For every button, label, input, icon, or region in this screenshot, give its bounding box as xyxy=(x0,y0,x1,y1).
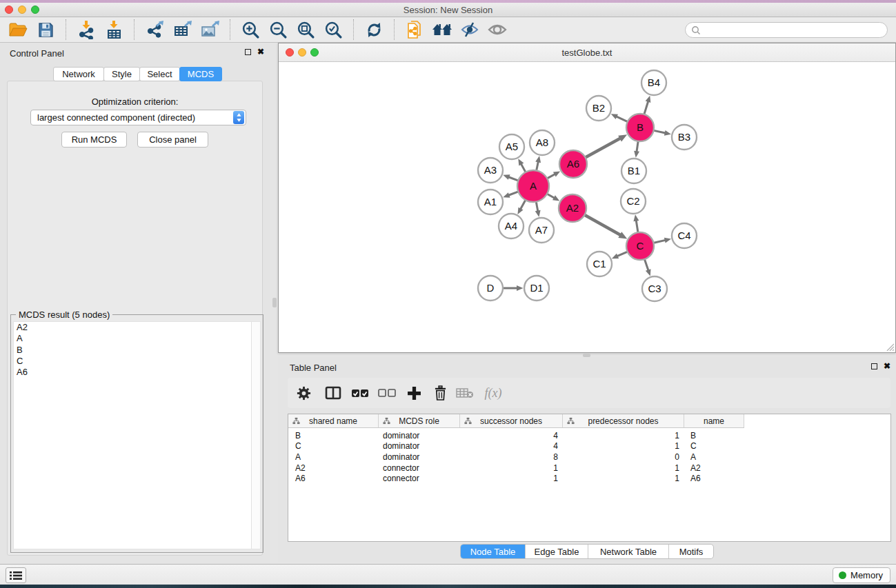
graph-edge-B-B2[interactable] xyxy=(616,116,627,121)
close-panel-button[interactable]: Close panel xyxy=(137,132,208,148)
birds-eye-view-button[interactable] xyxy=(484,19,511,41)
network-canvas[interactable]: AA6A2BCA1A3A4A5A7A8B1B2B3B4C1C2C3C4DD1 xyxy=(279,62,896,352)
column-header-successor-nodes[interactable]: successor nodes xyxy=(460,414,563,427)
cell-name[interactable]: A2 xyxy=(684,463,744,473)
graph-node-A5[interactable]: A5 xyxy=(499,134,524,159)
graph-node-C[interactable]: C xyxy=(626,232,654,260)
close-panel-icon[interactable]: ✖ xyxy=(257,48,264,55)
cell-successor-nodes[interactable]: 1 xyxy=(460,474,563,483)
optimization-criterion-select[interactable]: largest connected component (directed) xyxy=(30,110,246,125)
delete-column-button[interactable] xyxy=(427,381,453,405)
graph-node-A6[interactable]: A6 xyxy=(559,150,587,178)
graph-node-A[interactable]: A xyxy=(517,170,549,202)
cell-mcds-role[interactable]: connector xyxy=(379,474,460,483)
result-item[interactable]: C xyxy=(14,356,260,367)
graph-edge-B-B4[interactable] xyxy=(644,101,648,114)
cell-name[interactable]: C xyxy=(684,441,744,451)
graph-edge-A-A6[interactable] xyxy=(548,174,555,178)
graph-edge-B-B1[interactable] xyxy=(637,141,638,152)
graph-node-A2[interactable]: A2 xyxy=(559,194,586,222)
cell-successor-nodes[interactable]: 4 xyxy=(460,431,563,440)
refresh-layout-button[interactable] xyxy=(360,19,388,41)
graph-node-A3[interactable]: A3 xyxy=(478,158,503,183)
cell-predecessor-nodes[interactable]: 0 xyxy=(563,452,684,462)
graph-edge-A-A3[interactable] xyxy=(508,177,518,181)
cell-predecessor-nodes[interactable]: 1 xyxy=(563,474,684,483)
tab-network-table[interactable]: Network Table xyxy=(588,545,669,558)
cell-mcds-role[interactable]: connector xyxy=(379,463,460,473)
graph-edge-A2-C[interactable] xyxy=(585,215,621,235)
column-header-mcds-role[interactable]: MCDS role xyxy=(379,414,460,427)
graph-edge-A6-B[interactable] xyxy=(586,139,620,158)
graph-node-A4[interactable]: A4 xyxy=(499,214,524,239)
cell-shared-name[interactable]: A xyxy=(288,452,379,462)
cell-mcds-role[interactable]: dominator xyxy=(379,431,460,440)
graph-edge-A-A5[interactable] xyxy=(521,164,525,172)
graph-edge-A-A7[interactable] xyxy=(536,202,538,211)
result-item[interactable]: A6 xyxy=(14,367,260,378)
cell-name[interactable]: B xyxy=(684,431,744,440)
search-input[interactable] xyxy=(704,26,882,35)
zoom-in-button[interactable] xyxy=(237,19,264,41)
cell-shared-name[interactable]: A6 xyxy=(288,474,379,483)
cell-shared-name[interactable]: C xyxy=(288,441,379,451)
cell-mcds-role[interactable]: dominator xyxy=(379,452,460,462)
cell-successor-nodes[interactable]: 4 xyxy=(460,441,563,451)
cell-shared-name[interactable]: B xyxy=(288,431,379,440)
import-network-button[interactable] xyxy=(72,19,100,41)
tab-network[interactable]: Network xyxy=(53,67,104,81)
table-row[interactable]: Cdominator41C xyxy=(288,441,890,452)
graph-node-C3[interactable]: C3 xyxy=(642,276,667,301)
zoom-selected-button[interactable] xyxy=(319,19,347,41)
cell-shared-name[interactable]: A2 xyxy=(288,463,379,473)
graph-edge-C-C4[interactable] xyxy=(654,240,666,243)
zoom-fit-button[interactable] xyxy=(292,19,319,41)
float-table-panel-icon[interactable] xyxy=(871,363,877,369)
add-column-button[interactable] xyxy=(401,381,427,405)
graph-edge-A-A2[interactable] xyxy=(547,194,554,199)
graph-node-D1[interactable]: D1 xyxy=(524,276,549,301)
export-image-button[interactable] xyxy=(196,19,223,41)
graph-node-A8[interactable]: A8 xyxy=(530,130,555,155)
run-mcds-button[interactable]: Run MCDS xyxy=(61,132,127,148)
tab-motifs[interactable]: Motifs xyxy=(669,545,713,558)
graph-edge-A-A1[interactable] xyxy=(508,192,518,195)
table-row[interactable]: A2connector11A2 xyxy=(288,463,890,474)
export-table-button[interactable] xyxy=(168,19,196,41)
table-row[interactable]: A6connector11A6 xyxy=(288,473,890,484)
table-row[interactable]: Adominator80A xyxy=(288,452,890,463)
tab-node-table[interactable]: Node Table xyxy=(461,545,526,558)
graph-node-B2[interactable]: B2 xyxy=(586,96,611,121)
hide-graphics-details-button[interactable] xyxy=(456,19,484,41)
close-table-panel-icon[interactable]: ✖ xyxy=(884,363,890,369)
graph-node-C1[interactable]: C1 xyxy=(587,252,612,276)
graph-node-B1[interactable]: B1 xyxy=(621,159,646,183)
import-table-button[interactable] xyxy=(100,19,128,41)
result-item[interactable]: A xyxy=(14,333,260,344)
column-header-predecessor-nodes[interactable]: predecessor nodes xyxy=(563,414,684,427)
graph-node-B[interactable]: B xyxy=(626,114,654,141)
cell-predecessor-nodes[interactable]: 1 xyxy=(563,431,684,440)
cell-mcds-role[interactable]: dominator xyxy=(379,441,460,451)
graph-edge-A-A8[interactable] xyxy=(537,161,539,170)
cell-name[interactable]: A6 xyxy=(684,474,744,483)
export-network-button[interactable] xyxy=(141,19,168,41)
open-session-button[interactable] xyxy=(4,19,32,41)
graph-node-A1[interactable]: A1 xyxy=(478,190,503,214)
graph-node-A7[interactable]: A7 xyxy=(529,218,554,243)
select-all-button[interactable] xyxy=(347,381,373,405)
zoom-out-button[interactable] xyxy=(264,19,292,41)
graph-edge-A-A4[interactable] xyxy=(521,201,526,210)
graph-node-B4[interactable]: B4 xyxy=(641,70,666,95)
resize-grip-icon[interactable] xyxy=(885,342,894,351)
show-columns-button[interactable] xyxy=(319,381,347,405)
memory-button[interactable]: Memory xyxy=(833,567,890,583)
tab-edge-table[interactable]: Edge Table xyxy=(526,545,588,558)
result-item[interactable]: B xyxy=(14,345,260,356)
cell-predecessor-nodes[interactable]: 1 xyxy=(563,463,684,473)
tab-mcds[interactable]: MCDS xyxy=(179,67,222,81)
graph-node-B3[interactable]: B3 xyxy=(672,125,697,150)
table-row[interactable]: Bdominator41B xyxy=(288,430,890,441)
column-header-name[interactable]: name xyxy=(684,414,744,427)
cell-name[interactable]: A xyxy=(684,452,744,462)
